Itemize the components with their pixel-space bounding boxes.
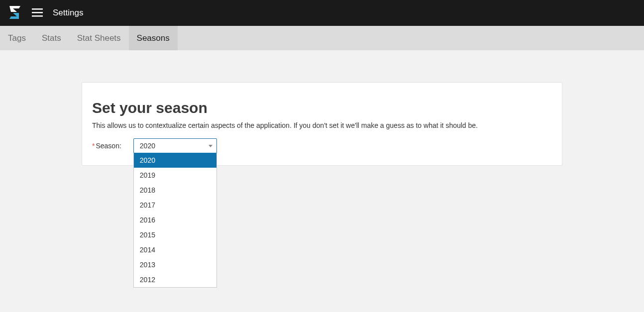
svg-rect-2 (32, 15, 43, 17)
season-option[interactable]: 2019 (134, 168, 216, 183)
tab-seasons[interactable]: Seasons (129, 26, 178, 50)
tab-stats[interactable]: Stats (34, 26, 69, 50)
season-selected-value: 2020 (140, 142, 155, 150)
card-title: Set your season (92, 100, 552, 116)
season-dropdown: 202020192018201720162015201420132012 (133, 153, 217, 288)
tab-bar: TagsStatsStat SheetsSeasons (0, 26, 644, 50)
page-title: Settings (53, 8, 83, 18)
svg-rect-0 (32, 8, 43, 10)
season-option[interactable]: 2014 (134, 242, 216, 257)
tab-tags[interactable]: Tags (0, 26, 34, 50)
season-select-box[interactable]: 2020 (133, 138, 217, 153)
season-option[interactable]: 2020 (134, 153, 216, 168)
main-area: Set your season This allows us to contex… (0, 50, 644, 166)
menu-icon[interactable] (32, 8, 43, 17)
app-logo-icon (8, 5, 22, 21)
season-option[interactable]: 2013 (134, 257, 216, 272)
season-option[interactable]: 2015 (134, 227, 216, 242)
season-option[interactable]: 2018 (134, 183, 216, 198)
season-select[interactable]: 2020 20202019201820172016201520142013201… (133, 138, 217, 153)
app-bar: Settings (0, 0, 644, 26)
season-card: Set your season This allows us to contex… (82, 82, 562, 166)
season-form-row: *Season: 2020 20202019201820172016201520… (92, 138, 552, 153)
season-option[interactable]: 2016 (134, 212, 216, 227)
svg-rect-1 (32, 12, 43, 13)
season-field-label: *Season: (92, 142, 121, 150)
tab-stat-sheets[interactable]: Stat Sheets (69, 26, 129, 50)
season-option[interactable]: 2012 (134, 272, 216, 287)
card-description: This allows us to contextualize certain … (92, 121, 552, 129)
required-mark: * (92, 142, 95, 150)
chevron-down-icon (209, 145, 213, 147)
season-option[interactable]: 2017 (134, 198, 216, 212)
